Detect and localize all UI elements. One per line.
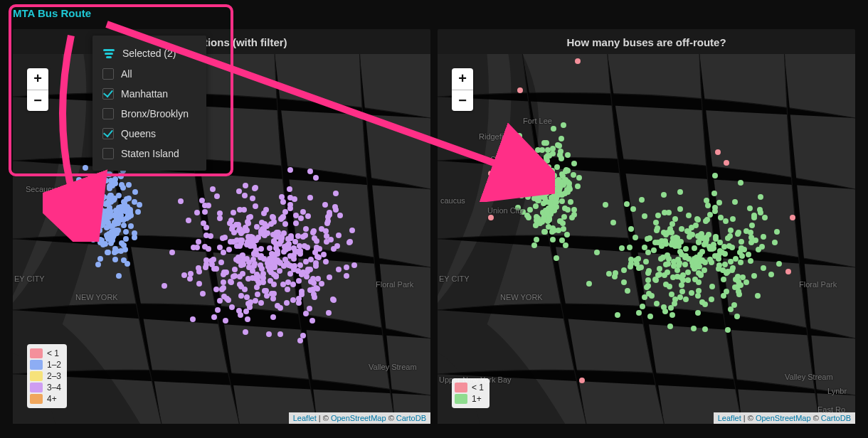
data-point [221,285,226,291]
map-left[interactable]: + − EY CITYNEW YORKSecaucusFloral ParkVa… [13,54,430,424]
data-point [269,291,275,297]
data-point [790,215,795,220]
data-point [724,160,729,166]
dropdown-option[interactable]: All [92,64,206,84]
data-point [636,265,642,271]
data-point [613,270,618,276]
data-point [245,301,251,306]
data-point [539,164,544,170]
data-point [258,246,264,252]
data-point [256,280,262,286]
cartodb-link[interactable]: CartoDB [396,414,426,422]
data-point [244,242,250,247]
data-point [542,229,548,235]
data-point [302,233,308,238]
data-point [711,191,717,196]
data-point [245,220,251,226]
data-point [654,228,660,233]
legend-label: 1–2 [47,360,61,370]
data-point [707,257,713,262]
data-point [675,257,681,262]
data-point [186,218,191,223]
data-point [694,255,699,260]
dropdown-option-label: Manhattan [121,88,168,100]
data-point [566,184,572,190]
zoom-out-button[interactable]: − [452,90,473,111]
data-point [610,220,616,225]
data-point [259,220,265,225]
data-point [645,283,651,289]
data-point [293,220,299,226]
legend-row: 1+ [455,394,484,404]
legend-swatch [30,394,43,404]
data-point [692,245,697,251]
data-point [722,251,728,257]
data-point [227,220,233,226]
data-point [657,272,662,277]
data-point [657,266,662,272]
zoom-in-button[interactable]: + [27,68,48,90]
legend-label: 2–3 [47,371,61,381]
data-point [679,289,685,294]
legend-swatch [30,360,43,370]
zoom-out-button[interactable]: − [27,90,48,111]
leaflet-link[interactable]: Leaflet [293,414,317,422]
data-point [297,338,303,343]
data-point [686,213,692,218]
data-point [655,213,661,218]
dropdown-option[interactable]: Staten Island [92,144,206,164]
data-point [691,326,697,331]
data-point [287,202,293,208]
data-point [266,331,272,337]
data-point [231,210,236,215]
data-point [555,142,561,148]
data-point [564,232,570,237]
data-point [233,222,239,228]
data-point [761,265,766,271]
cartodb-link[interactable]: CartoDB [821,414,851,422]
data-point [663,262,669,267]
data-point [732,199,738,205]
data-point [524,213,530,218]
osm-link[interactable]: OpenStreetMap [331,414,386,422]
leaflet-link[interactable]: Leaflet [718,414,741,422]
data-point [594,250,600,255]
dropdown-selected-summary[interactable]: Selected (2) [92,43,206,64]
data-point [253,298,258,304]
data-point [303,226,309,232]
data-point [640,304,645,309]
data-point [253,203,258,209]
data-point [283,247,289,252]
data-point [255,235,261,240]
zoom-control: + − [452,68,473,111]
data-point [243,329,248,335]
data-point [722,262,728,267]
data-point [78,204,84,210]
osm-link[interactable]: OpenStreetMap [756,414,811,422]
data-point [721,277,726,282]
legend-swatch [30,383,43,392]
dropdown-option[interactable]: Bronx/Brooklyn [92,104,206,124]
map-right[interactable]: + − EY CITYNEW YORKFort LeeRidgefieldCli… [438,54,855,424]
data-point [236,308,242,314]
checkbox-icon [102,68,114,80]
zoom-in-button[interactable]: + [452,68,473,90]
data-point [112,257,118,262]
data-point [187,276,193,282]
data-point [544,210,550,215]
data-point [565,207,571,213]
data-point [728,306,734,312]
data-point [275,251,280,257]
data-point [255,292,260,297]
dropdown-option[interactable]: Queens [92,124,206,144]
data-point [271,282,277,287]
data-point [132,189,138,195]
data-point [662,210,667,215]
dropdown-option[interactable]: Manhattan [92,84,206,104]
data-point [730,216,736,222]
data-point [211,257,216,262]
data-point [113,208,119,213]
data-point [630,206,636,212]
data-point [310,230,316,235]
filter-dropdown-trigger[interactable]: MTA Bus Route [13,7,91,19]
